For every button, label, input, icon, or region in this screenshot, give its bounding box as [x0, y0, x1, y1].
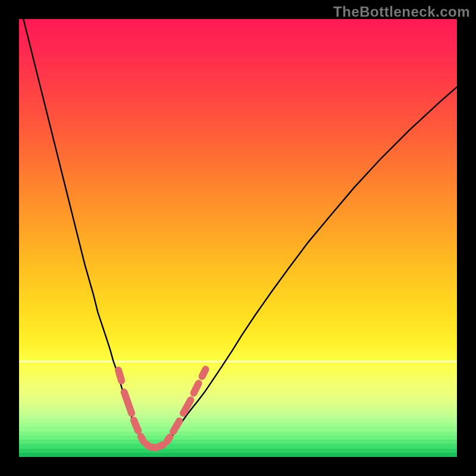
watermark-label: TheBottleneck.com	[333, 4, 470, 20]
chart-root: TheBottleneck.com	[0, 0, 476, 476]
curve-segment-marker	[134, 420, 138, 431]
curve-segment-marker	[167, 437, 170, 441]
bottleneck-curve	[23, 19, 457, 450]
curve-segment-marker	[202, 369, 206, 377]
curve-segment-marker	[141, 436, 143, 441]
curve-segment-marker	[158, 444, 164, 447]
curve-segment-marker	[124, 392, 132, 413]
curve-segment-marker	[118, 370, 121, 381]
curve-layer	[19, 19, 457, 457]
plot-area	[19, 19, 457, 457]
curve-segment-marker	[173, 421, 179, 432]
curve-segment-marker	[194, 383, 199, 393]
